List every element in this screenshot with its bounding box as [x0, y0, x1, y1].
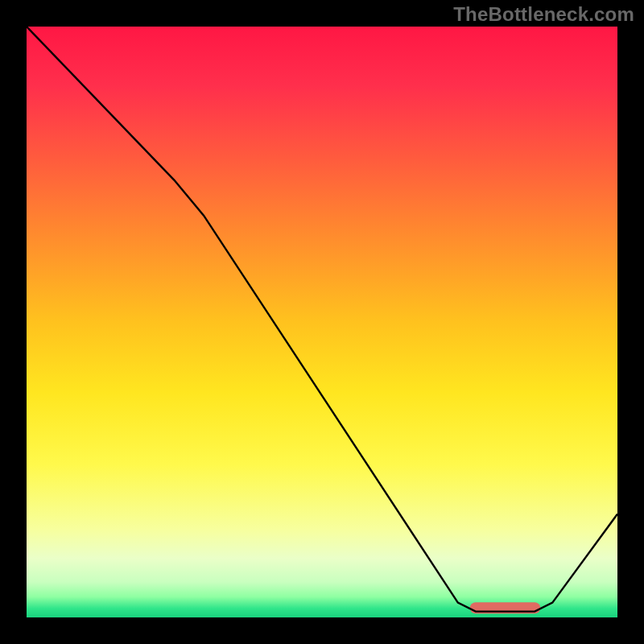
watermark-text: TheBottleneck.com [453, 3, 634, 26]
plot-background [27, 27, 617, 617]
chart-stage: TheBottleneck.com [0, 0, 644, 644]
bottleneck-chart [0, 0, 644, 644]
